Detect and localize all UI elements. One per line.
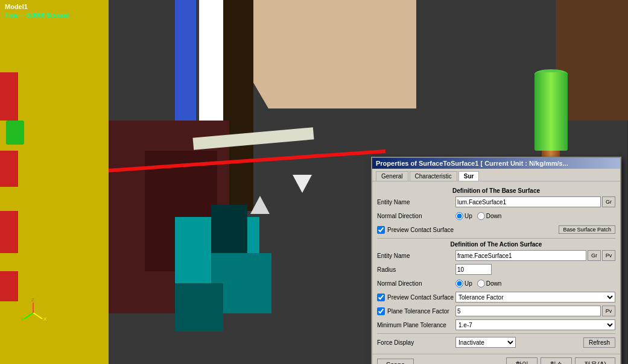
plane-tolerance-checkbox[interactable]	[377, 307, 385, 315]
min-plane-tolerance-row: Minimum Plane Tolerance 1.e-7	[377, 319, 615, 331]
dialog-titlebar: Properties of SurfaceToSurface1 [ Curren…	[372, 158, 620, 169]
base-entity-name-input-group: Gr	[455, 196, 615, 207]
plane-tolerance-checkbox-row: Plane Tolerance Factor	[377, 307, 455, 315]
base-normal-down-radio[interactable]	[477, 212, 485, 220]
cancel-button[interactable]: 취소	[541, 357, 572, 364]
action-entity-name-row: Entity Name Gr Pv	[377, 249, 615, 262]
action-normal-up-option[interactable]: Up	[455, 280, 472, 287]
base-gr-button[interactable]: Gr	[602, 196, 615, 207]
action-surface-section-title: Definition of The Action Surface	[377, 241, 615, 248]
green-cylinder	[534, 72, 568, 151]
base-normal-up-radio[interactable]	[455, 212, 463, 220]
tolerance-factor-select[interactable]: Tolerance Factor	[455, 292, 615, 303]
base-entity-name-label: Entity Name	[377, 199, 455, 206]
footer-buttons: 확인 취소 적용(A)	[506, 357, 615, 364]
action-preview-checkbox[interactable]	[377, 293, 385, 301]
base-normal-up-option[interactable]: Up	[455, 212, 472, 220]
min-plane-tolerance-label: Minimum Plane Tolerance	[377, 322, 455, 328]
action-normal-down-radio[interactable]	[477, 280, 485, 287]
action-normal-direction-label: Normal Direction	[377, 280, 455, 287]
base-preview-checkbox[interactable]	[377, 226, 385, 234]
tab-general[interactable]: General	[376, 171, 408, 181]
action-entity-name-input[interactable]	[455, 250, 586, 261]
base-surface-section-title: Definition of The Base Surface	[377, 187, 615, 194]
time-label: Time— 0.0000 Second	[5, 11, 68, 20]
ok-button[interactable]: 확인	[506, 357, 538, 364]
radius-input[interactable]	[455, 264, 492, 275]
red-block-1	[0, 72, 18, 121]
arrow-down-icon	[293, 175, 312, 193]
dialog-title: Properties of SurfaceToSurface1 [ Curren…	[376, 160, 568, 167]
radius-label: Radius	[377, 266, 455, 273]
teal-shape-3	[175, 283, 223, 331]
dialog-body: Definition of The Base Surface Entity Na…	[372, 181, 620, 354]
base-normal-radio-group: Up Down	[455, 212, 501, 220]
min-plane-tolerance-select[interactable]: 1.e-7	[455, 319, 615, 330]
properties-dialog: Properties of SurfaceToSurface1 [ Curren…	[371, 157, 621, 364]
force-display-group: Inactivate Refresh	[455, 337, 615, 348]
axis-indicator: X Y Z	[18, 298, 48, 328]
action-normal-direction-row: Normal Direction Up Down	[377, 277, 615, 289]
action-normal-radio-group: Up Down	[455, 280, 501, 287]
refresh-button[interactable]: Refresh	[583, 337, 615, 348]
svg-text:X: X	[43, 316, 47, 322]
green-block-left	[6, 121, 24, 145]
action-normal-down-label: Down	[486, 280, 502, 287]
section-divider	[377, 238, 615, 239]
base-surface-patch-button[interactable]: Base Surface Patch	[559, 225, 615, 234]
action-preview-checkbox-row: Preview Contact Surface	[377, 293, 455, 301]
base-preview-label: Preview Contact Surface	[387, 227, 454, 233]
scope-button[interactable]: Scope	[377, 359, 414, 365]
svg-text:Y: Y	[21, 316, 24, 322]
plane-tolerance-input[interactable]	[455, 306, 601, 316]
svg-text:Z: Z	[31, 298, 34, 303]
plane-tolerance-input-group: Pv	[455, 306, 615, 316]
base-preview-row: Preview Contact Surface Base Surface Pat…	[377, 224, 615, 236]
action-pv-button[interactable]: Pv	[602, 250, 615, 261]
action-normal-down-option[interactable]: Down	[477, 280, 502, 287]
action-preview-row: Preview Contact Surface Tolerance Factor	[377, 291, 615, 303]
radius-row: Radius	[377, 263, 615, 275]
model-name: Model1	[5, 2, 68, 11]
red-block-2	[0, 151, 18, 187]
plane-tolerance-pv-button[interactable]: Pv	[602, 306, 615, 316]
tolerance-dropdown-group: Tolerance Factor	[455, 292, 615, 303]
model-label: Model1 Time— 0.0000 Second	[5, 2, 68, 20]
apply-button[interactable]: 적용(A)	[575, 357, 615, 364]
dark-teal-1	[211, 205, 247, 253]
plane-tolerance-label: Plane Tolerance Factor	[387, 308, 449, 315]
action-preview-label: Preview Contact Surface	[387, 294, 454, 301]
svg-line-1	[24, 313, 33, 319]
min-plane-tolerance-input-group: 1.e-7	[455, 319, 615, 330]
action-gr-button[interactable]: Gr	[588, 250, 601, 261]
base-normal-down-label: Down	[486, 213, 502, 219]
force-display-select[interactable]: Inactivate	[455, 337, 516, 348]
base-normal-direction-row: Normal Direction Up Down	[377, 210, 615, 222]
action-normal-up-label: Up	[465, 280, 472, 287]
base-normal-direction-label: Normal Direction	[377, 213, 455, 219]
base-preview-checkbox-row: Preview Contact Surface	[377, 226, 454, 234]
section-divider-2	[377, 333, 615, 334]
plane-tolerance-row: Plane Tolerance Factor Pv	[377, 305, 615, 317]
red-block-4	[0, 271, 18, 301]
force-display-row: Force Display Inactivate Refresh	[377, 336, 615, 348]
dialog-footer: Scope 확인 취소 적용(A)	[372, 354, 620, 364]
red-block-3	[0, 211, 18, 253]
dialog-tabs[interactable]: General Characteristic Sur	[372, 169, 620, 181]
action-entity-name-input-group: Gr Pv	[455, 250, 615, 261]
base-entity-name-input[interactable]	[455, 196, 601, 207]
action-entity-name-label: Entity Name	[377, 253, 455, 259]
arrow-up-icon	[250, 196, 270, 214]
base-normal-down-option[interactable]: Down	[477, 212, 502, 220]
base-normal-up-label: Up	[465, 213, 472, 219]
force-display-label: Force Display	[377, 339, 455, 346]
base-entity-name-row: Entity Name Gr	[377, 196, 615, 208]
tab-characteristic[interactable]: Characteristic	[410, 171, 457, 181]
action-normal-up-radio[interactable]	[455, 280, 463, 287]
svg-line-0	[33, 313, 42, 319]
tab-sur[interactable]: Sur	[458, 171, 480, 181]
